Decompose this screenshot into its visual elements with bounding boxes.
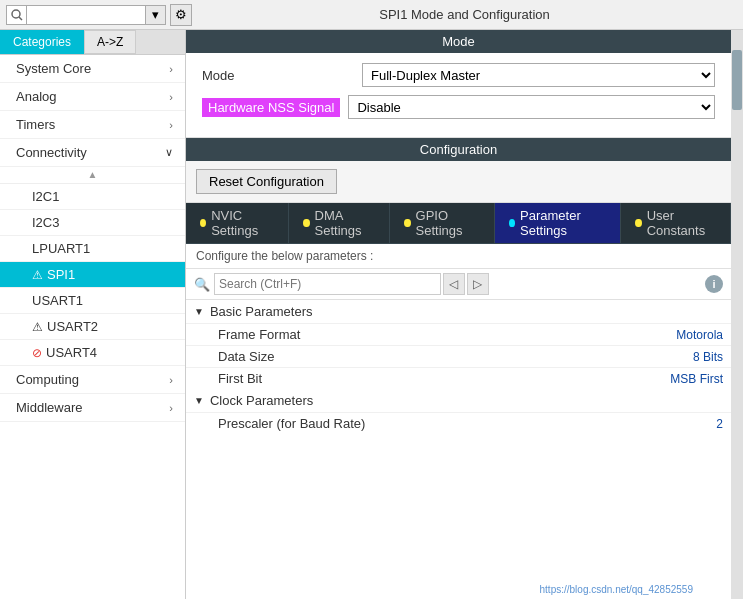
chevron-icon: › [169,63,173,75]
nss-label: Hardware NSS Signal [202,98,340,117]
warning-icon: ⚠ [32,268,43,282]
tab-user-constants[interactable]: User Constants [621,203,731,243]
sidebar-sub-item-i2c1[interactable]: I2C1 [0,184,185,210]
search-icon [6,5,26,25]
tab-parameter-settings[interactable]: Parameter Settings [495,203,622,243]
search-dropdown-button[interactable]: ▾ [146,5,166,25]
nvic-tab-label: NVIC Settings [211,208,274,238]
disabled-icon-usart4: ⊘ [32,346,42,360]
params-content: ▼ Basic Parameters Frame Format Motorola… [186,300,731,599]
svg-line-1 [19,17,22,20]
sidebar-sub-item-spi1[interactable]: ⚠ SPI1 [0,262,185,288]
usart4-label: USART4 [46,345,97,360]
dma-tab-label: DMA Settings [315,208,376,238]
search-input[interactable] [26,5,146,25]
i2c1-label: I2C1 [32,189,59,204]
param-dot [509,219,515,227]
i2c3-label: I2C3 [32,215,59,230]
sidebar-sub-item-lpuart1[interactable]: LPUART1 [0,236,185,262]
frame-format-value: Motorola [676,328,723,342]
nss-select[interactable]: Disable [348,95,715,119]
sidebar-label-connectivity: Connectivity [16,145,87,160]
scroll-arrows: ▲ [0,167,185,184]
param-tab-label: Parameter Settings [520,208,606,238]
sidebar-label-timers: Timers [16,117,55,132]
chevron-icon: › [169,91,173,103]
param-row-first-bit: First Bit MSB First [186,367,731,389]
prescaler-name: Prescaler (for Baud Rate) [218,416,716,431]
gpio-dot [404,219,410,227]
chevron-icon: › [169,119,173,131]
svg-point-0 [12,10,20,18]
mode-row: Mode Full-Duplex Master [202,63,715,87]
right-scrollbar[interactable] [731,30,743,599]
collapse-arrow-basic: ▼ [194,306,204,317]
usart1-label: USART1 [32,293,83,308]
param-search-input[interactable] [214,273,441,295]
first-bit-value: MSB First [670,372,723,386]
sidebar-items: System Core › Analog › Timers › Connecti… [0,55,185,599]
nss-row: Hardware NSS Signal Disable [202,95,715,119]
lpuart1-label: LPUART1 [32,241,90,256]
tab-nvic-settings[interactable]: NVIC Settings [186,203,289,243]
first-bit-name: First Bit [218,371,670,386]
page-title: SPI1 Mode and Configuration [192,7,737,22]
chevron-icon-computing: › [169,374,173,386]
mode-label: Mode [202,68,362,83]
collapse-arrow-clock: ▼ [194,395,204,406]
param-nav-next-button[interactable]: ▷ [467,273,489,295]
tab-dma-settings[interactable]: DMA Settings [289,203,390,243]
tab-az[interactable]: A->Z [84,30,136,54]
sidebar-item-computing[interactable]: Computing › [0,366,185,394]
sidebar-item-analog[interactable]: Analog › [0,83,185,111]
gpio-tab-label: GPIO Settings [416,208,480,238]
sidebar-label-middleware: Middleware [16,400,82,415]
sidebar-sub-item-usart2[interactable]: ⚠ USART2 [0,314,185,340]
clock-parameters-group[interactable]: ▼ Clock Parameters [186,389,731,412]
clock-parameters-label: Clock Parameters [210,393,313,408]
user-dot [635,219,641,227]
basic-parameters-label: Basic Parameters [210,304,313,319]
tab-categories[interactable]: Categories [0,30,84,54]
sidebar-label-analog: Analog [16,89,56,104]
chevron-down-icon: ∨ [165,146,173,159]
sidebar-sub-item-i2c3[interactable]: I2C3 [0,210,185,236]
mode-section-header: Mode [186,30,731,53]
gear-button[interactable]: ⚙ [170,4,192,26]
tab-gpio-settings[interactable]: GPIO Settings [390,203,494,243]
param-row-frame-format: Frame Format Motorola [186,323,731,345]
sidebar-sub-item-usart1[interactable]: USART1 [0,288,185,314]
chevron-icon-middleware: › [169,402,173,414]
sidebar-item-timers[interactable]: Timers › [0,111,185,139]
mode-select[interactable]: Full-Duplex Master [362,63,715,87]
info-button[interactable]: i [705,275,723,293]
sidebar-item-system-core[interactable]: System Core › [0,55,185,83]
config-section-header: Configuration [186,138,731,161]
scroll-thumb[interactable] [732,50,742,110]
config-tabs: NVIC Settings DMA Settings GPIO Settings… [186,203,731,244]
gear-icon: ⚙ [175,7,187,22]
param-search-row: 🔍 ◁ ▷ i [186,269,731,300]
sidebar-item-connectivity[interactable]: Connectivity ∨ [0,139,185,167]
param-row-prescaler: Prescaler (for Baud Rate) 2 [186,412,731,434]
main-layout: Categories A->Z System Core › Analog › T… [0,30,743,599]
search-param-icon: 🔍 [194,277,210,292]
nvic-dot [200,219,206,227]
reset-configuration-button[interactable]: Reset Configuration [196,169,337,194]
basic-parameters-group[interactable]: ▼ Basic Parameters [186,300,731,323]
data-size-value: 8 Bits [693,350,723,364]
param-nav-prev-button[interactable]: ◁ [443,273,465,295]
sidebar-item-middleware[interactable]: Middleware › [0,394,185,422]
sidebar-tabs: Categories A->Z [0,30,185,55]
param-row-data-size: Data Size 8 Bits [186,345,731,367]
frame-format-name: Frame Format [218,327,676,342]
sidebar-label-system-core: System Core [16,61,91,76]
sidebar-sub-item-usart4[interactable]: ⊘ USART4 [0,340,185,366]
config-toolbar: Reset Configuration [186,161,731,203]
sidebar: Categories A->Z System Core › Analog › T… [0,30,186,599]
content-area: Mode Mode Full-Duplex Master Hardware NS… [186,30,731,599]
scroll-up-arrow[interactable]: ▲ [88,169,98,181]
top-bar: ▾ ⚙ SPI1 Mode and Configuration [0,0,743,30]
sidebar-label-computing: Computing [16,372,79,387]
data-size-name: Data Size [218,349,693,364]
